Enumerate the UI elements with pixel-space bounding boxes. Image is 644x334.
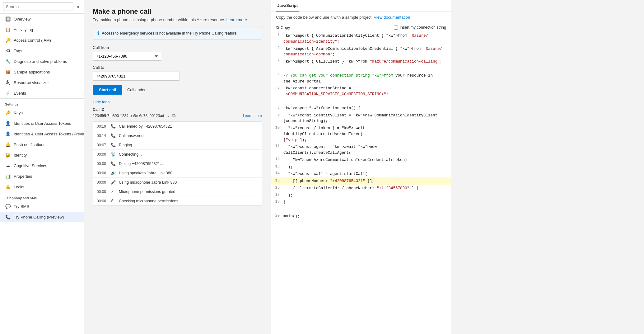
log-icon: 📞 (111, 124, 116, 129)
sidebar-item-access-control[interactable]: 🔑 Access control (IAM) (0, 35, 84, 45)
code-panel: JavaScript Copy the code below and use i… (271, 0, 451, 334)
sidebar-item-identities-preview[interactable]: 👤 Identities & User Access Tokens (Previ… (0, 129, 84, 139)
line-number: 15 (271, 178, 283, 183)
call-to-input[interactable] (93, 72, 180, 81)
log-icon: 🔊 (111, 171, 116, 175)
sidebar-item-identities[interactable]: 👤 Identities & User Access Tokens (0, 118, 84, 129)
log-time: 00:14 (97, 134, 108, 138)
hide-logs-link[interactable]: Hide logs (93, 100, 262, 104)
sidebar-item-identity[interactable]: 🔐 Identity (0, 150, 84, 160)
sidebar-item-push-notifications[interactable]: 🔔 Push notifications (0, 139, 84, 150)
tab-javascript[interactable]: JavaScript (276, 0, 299, 12)
call-ended-button[interactable]: Call ended (124, 85, 150, 95)
collapse-button[interactable]: « (75, 3, 81, 11)
log-message: Ringing... (119, 143, 135, 147)
code-line: 5// You can get your connection string "… (271, 72, 451, 85)
sidebar-item-sample-apps[interactable]: 📦 Sample applications (0, 67, 84, 77)
line-code: } (283, 199, 451, 205)
call-from-select[interactable]: +1-123-456-7890 (93, 52, 161, 61)
sidebar-item-activity-log[interactable]: 📋 Activity log (0, 24, 84, 35)
log-message: Dialing +420987654321... (119, 162, 163, 166)
sidebar-label-push-notifications: Push notifications (14, 142, 45, 147)
learn-more-call-link[interactable]: Learn more (243, 114, 262, 118)
line-code: "kw">import { CommunicationIdentityClien… (283, 32, 451, 45)
line-number: 8 (271, 105, 283, 110)
keys-icon: 🔑 (5, 110, 11, 115)
log-message: Checking microphone permissions (119, 199, 178, 203)
sidebar-item-events[interactable]: ⚡ Events (0, 88, 84, 98)
code-line (271, 98, 451, 105)
line-code (283, 206, 451, 207)
main-content: Make a phone call Try making a phone cal… (84, 0, 644, 334)
code-line: 2"kw">import { AzureCommunicationTokenCr… (271, 45, 451, 58)
list-item: 00:19 📞 Call ended by +420987654321 (93, 122, 262, 131)
events-icon: ⚡ (5, 90, 11, 96)
list-item: 00:00 📞 Dialing +420987654321... (93, 159, 262, 168)
info-icon: ℹ (97, 31, 99, 36)
sidebar-item-locks[interactable]: 🔒 Locks (0, 181, 84, 192)
sidebar-item-overview[interactable]: 🔲 Overview (0, 14, 84, 24)
sidebar: « 🔲 Overview 📋 Activity log 🔑 Access con… (0, 0, 84, 334)
sidebar-item-try-phone-calling[interactable]: 📞 Try Phone Calling (Preview) (0, 212, 84, 222)
sample-apps-icon: 📦 (5, 69, 11, 75)
log-icon: ✓ (111, 189, 116, 194)
line-number: 20 (271, 213, 283, 218)
code-tabs: JavaScript (271, 0, 451, 12)
view-doc-link[interactable]: View documentation (374, 15, 410, 20)
learn-more-link[interactable]: Learn more (226, 17, 247, 22)
line-code: "kw">const call = agent.startCall( (283, 171, 451, 177)
log-icon: 📞 (111, 143, 116, 147)
code-line: 14 "kw">const call = agent.startCall( (271, 170, 451, 177)
sidebar-label-access-control: Access control (IAM) (14, 38, 51, 43)
sidebar-item-keys[interactable]: 🔑 Keys (0, 107, 84, 118)
identities-icon: 👤 (5, 120, 11, 126)
search-input[interactable] (3, 2, 73, 11)
insert-connection-string-checkbox[interactable] (394, 26, 398, 30)
sidebar-item-resource-visualizer[interactable]: 🕸 Resource visualizer (0, 77, 84, 88)
sidebar-item-cognitive-services[interactable]: ☁ Cognitive Services (0, 160, 84, 171)
sidebar-item-tags[interactable]: 🏷 Tags (0, 45, 84, 56)
sidebar-item-try-sms[interactable]: 💬 Try SMS (0, 201, 84, 212)
log-message: Using microphone Jabra Link 380 (119, 180, 177, 185)
sidebar-label-identities: Identities & User Access Tokens (14, 121, 71, 126)
list-item: 00:14 📞 Call answered (93, 131, 262, 140)
alert-text: Access to emergency services is not avai… (102, 31, 237, 35)
copy-button[interactable]: ⧉ Copy (276, 25, 290, 30)
line-number: 1 (271, 32, 283, 37)
insert-connection-string-label[interactable]: Insert my connection string (394, 25, 446, 30)
sidebar-item-diagnose[interactable]: 🔧 Diagnose and solve problems (0, 56, 84, 67)
list-item: 00:00 📡 Connecting... (93, 150, 262, 159)
log-time: 00:00 (97, 171, 108, 175)
line-number: 2 (271, 45, 283, 50)
call-from-label: Call from (93, 45, 262, 50)
chevron-down-icon[interactable]: ⌄ (167, 114, 170, 118)
line-code (283, 65, 451, 66)
sidebar-label-try-phone-calling: Try Phone Calling (Preview) (14, 215, 64, 219)
line-code: "kw">const connectionString = "<COMMUNIC… (283, 85, 451, 97)
code-line: 6"kw">const connectionString = "<COMMUNI… (271, 85, 451, 98)
sidebar-label-resource-visualizer: Resource visualizer (14, 80, 49, 85)
sidebar-label-try-sms: Try SMS (14, 204, 29, 209)
sidebar-label-identities-preview: Identities & User Access Tokens (Preview… (14, 132, 84, 136)
code-line: 10 "kw">const { token } = "kw">await ide… (271, 125, 451, 143)
copy-call-id-icon[interactable]: ⧉ (172, 113, 175, 118)
line-number: 14 (271, 171, 283, 176)
call-id-row: 123456b7-e890-1234-ba5e-6d78a90123ad ⌄ ⧉… (93, 113, 262, 118)
line-code: // You can get your connection string "k… (283, 72, 451, 85)
sidebar-item-properties[interactable]: 📊 Properties (0, 171, 84, 181)
log-time: 00:00 (97, 199, 108, 203)
call-to-label: Call to (93, 65, 262, 70)
center-panel: Make a phone call Try making a phone cal… (84, 0, 271, 334)
code-info: Copy the code below and use it with a sa… (271, 12, 451, 23)
push-notifications-icon: 🔔 (5, 142, 11, 147)
tags-icon: 🏷 (5, 48, 11, 54)
log-time: 00:00 (97, 190, 108, 194)
code-line (271, 65, 451, 72)
log-message: Connecting... (119, 152, 142, 157)
telephony-section-header: Telephony and SMS (0, 192, 84, 201)
start-call-button[interactable]: Start call (93, 85, 122, 95)
log-icon: 🎤 (111, 180, 116, 185)
diagnose-icon: 🔧 (5, 59, 11, 64)
code-line (271, 206, 451, 213)
activity-log-icon: 📋 (5, 27, 11, 32)
